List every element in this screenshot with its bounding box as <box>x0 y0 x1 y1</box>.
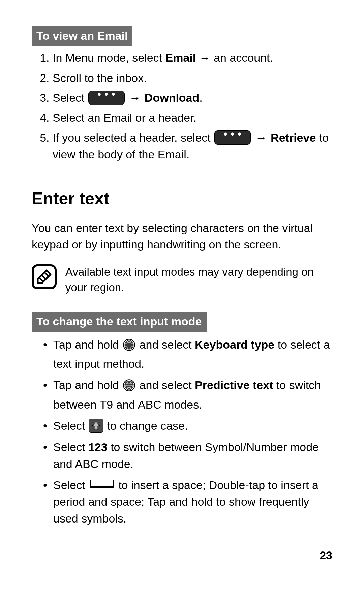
bullet-2-pre: Tap and hold <box>53 379 122 391</box>
globe-icon <box>123 338 135 356</box>
bullet-3: Select to change case. <box>43 418 332 434</box>
bullet-3-pre: Select <box>53 419 88 432</box>
step-1-text-post: → an account. <box>196 51 273 64</box>
note-text: Available text input modes may vary depe… <box>65 264 332 295</box>
step-1: In Menu mode, select Email → an account. <box>53 50 332 66</box>
bullet-1-bold: Keyboard type <box>195 338 274 351</box>
bullet-2-mid: and select <box>136 379 195 391</box>
subsection-heading-change-input: To change the text input mode <box>32 312 207 332</box>
step-3: Select → Download. <box>53 90 332 106</box>
note-icon <box>32 264 57 294</box>
step-3-text-pre: Select <box>53 91 88 104</box>
menu-key-icon <box>88 91 125 105</box>
step-1-text-bold: Email <box>165 51 196 64</box>
bullet-1-mid: and select <box>136 338 195 351</box>
page-number: 23 <box>32 547 332 564</box>
bullet-5: Select to insert a space; Double-tap to … <box>43 477 332 527</box>
step-5-text-bold: Retrieve <box>271 131 316 144</box>
change-input-bullets: Tap and hold and select Keyboard type to… <box>32 336 332 527</box>
step-2-text: Scroll to the inbox. <box>53 71 147 84</box>
space-key-icon <box>90 480 114 488</box>
enter-text-intro: You can enter text by selecting characte… <box>32 220 332 253</box>
menu-key-icon <box>214 130 251 145</box>
arrow-icon: → <box>125 91 145 104</box>
bullet-1: Tap and hold and select Keyboard type to… <box>43 336 332 372</box>
bullet-4-pre: Select <box>53 441 88 453</box>
bullet-4-bold: 123 <box>88 441 108 453</box>
subsection-heading-view-email: To view an Email <box>32 26 132 46</box>
step-5-text-pre: If you selected a header, select <box>53 131 214 144</box>
bullet-2: Tap and hold and select Predictive text … <box>43 377 332 413</box>
bullet-5-pre: Select <box>53 479 88 491</box>
step-4: Select an Email or a header. <box>53 110 332 126</box>
step-5: If you selected a header, select → Retri… <box>53 129 332 163</box>
shift-key-icon <box>89 419 103 433</box>
section-title-enter-text: Enter text <box>32 186 332 214</box>
view-email-steps: In Menu mode, select Email → an account.… <box>32 50 332 163</box>
bullet-2-bold: Predictive text <box>195 379 273 391</box>
note-block: Available text input modes may vary depe… <box>32 264 332 295</box>
bullet-3-post: to change case. <box>104 419 188 432</box>
step-4-text: Select an Email or a header. <box>53 111 196 124</box>
step-2: Scroll to the inbox. <box>53 70 332 86</box>
step-1-text-pre: In Menu mode, select <box>53 51 165 64</box>
bullet-1-pre: Tap and hold <box>53 338 122 351</box>
step-3-text-bold: Download <box>145 91 199 104</box>
arrow-icon: → <box>251 131 271 144</box>
step-3-period: . <box>199 91 202 104</box>
globe-icon <box>123 379 135 396</box>
bullet-4: Select 123 to switch between Symbol/Numb… <box>43 439 332 472</box>
